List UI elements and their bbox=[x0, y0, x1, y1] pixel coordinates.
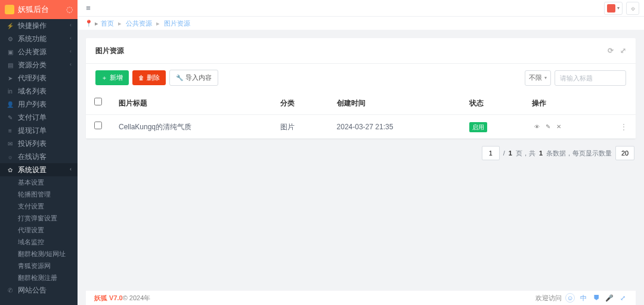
sidebar-subitem[interactable]: 翻群检测注册 bbox=[0, 272, 78, 284]
sidebar-subitem[interactable]: 轮播图管理 bbox=[0, 188, 78, 200]
hamburger-icon[interactable]: ≡ bbox=[82, 2, 94, 14]
row-checkbox[interactable] bbox=[94, 122, 102, 129]
cell-time: 2024-03-27 21:35 bbox=[329, 115, 461, 139]
nav-icon: ▣ bbox=[6, 48, 14, 57]
fullscreen-icon[interactable]: ⤢ bbox=[620, 46, 626, 55]
crumb-home[interactable]: 首页 bbox=[101, 18, 114, 29]
nav-icon: in bbox=[6, 87, 14, 96]
page-size-input[interactable] bbox=[615, 146, 634, 160]
sidebar-item[interactable]: ≡提现订单 bbox=[0, 124, 78, 137]
sidebar-item-label: 网站公告 bbox=[18, 285, 47, 295]
sidebar-item[interactable]: ▣公共资源‹ bbox=[0, 45, 78, 58]
pager: / 1 页，共 1 条数据，每页显示数量 bbox=[86, 139, 636, 167]
shield-icon[interactable]: ⛊ bbox=[592, 293, 601, 303]
mic-icon[interactable]: 🎤 bbox=[605, 293, 614, 303]
edit-icon[interactable] bbox=[543, 122, 553, 132]
nav-icon: ➤ bbox=[6, 74, 14, 83]
total-pages: 1 bbox=[509, 148, 512, 158]
lang-button[interactable]: 中 bbox=[578, 293, 588, 303]
chevron-right-icon: ▸ bbox=[95, 18, 98, 29]
breadcrumb: 📍 ▸ 首页 ▸ 公共资源 ▸ 图片资源 bbox=[78, 17, 644, 30]
chevron-right-icon: ▸ bbox=[118, 18, 122, 29]
col-ops: 操作 bbox=[524, 92, 612, 115]
filter-select[interactable]: 不限▾ bbox=[525, 70, 551, 86]
more-icon[interactable]: ⋮ bbox=[612, 115, 636, 139]
nav-icon: ⚡ bbox=[6, 21, 14, 30]
sidebar-item-label: 系统设置 bbox=[18, 164, 47, 175]
sidebar-item[interactable]: ✎支付订单 bbox=[0, 111, 78, 124]
nav-icon: ⚙ bbox=[6, 35, 14, 43]
card-header: 图片资源 ⟳ ⤢ bbox=[86, 38, 636, 64]
sidebar-item-label: 资源分类 bbox=[18, 60, 47, 70]
topbar: ≡ ▾ ⟐ bbox=[78, 0, 644, 17]
chevron-down-icon: ▾ bbox=[617, 5, 620, 12]
col-time: 创建时间 bbox=[329, 92, 461, 115]
sidebar-item[interactable]: ⚙系统功能‹ bbox=[0, 32, 78, 45]
sidebar-item[interactable]: ▤资源分类‹ bbox=[0, 58, 78, 71]
sidebar-subitem[interactable]: 代理设置 bbox=[0, 224, 78, 236]
nav-icon: ✿ bbox=[6, 166, 14, 175]
refresh-icon[interactable]: ⟳ bbox=[608, 46, 614, 55]
sidebar-item-label: 系统功能 bbox=[18, 33, 47, 44]
sidebar-item[interactable]: 👤用户列表 bbox=[0, 98, 78, 111]
nav-after: ✆网站公告 bbox=[0, 284, 78, 297]
plus-icon: ＋ bbox=[101, 74, 107, 82]
chevron-left-icon: ‹ bbox=[70, 166, 72, 174]
footer-welcome: 欢迎访问 bbox=[535, 293, 562, 303]
cell-category: 图片 bbox=[272, 115, 328, 139]
page-input[interactable] bbox=[482, 146, 500, 160]
nav-icon: ✆ bbox=[6, 286, 14, 295]
expand-icon[interactable]: ⤢ bbox=[618, 293, 627, 303]
sidebar-item[interactable]: ✆网站公告 bbox=[0, 284, 78, 297]
nav-icon: ▤ bbox=[6, 61, 14, 70]
add-button[interactable]: ＋新增 bbox=[95, 70, 129, 85]
pager-text-b: 条数据，每页显示数量 bbox=[546, 148, 612, 158]
eye-icon[interactable] bbox=[532, 122, 543, 132]
chevron-left-icon: ‹ bbox=[70, 35, 72, 43]
sidebar-subitem[interactable]: 打赏弹窗设置 bbox=[0, 212, 78, 224]
sidebar-item-label: 域名列表 bbox=[18, 86, 47, 97]
search-input[interactable] bbox=[555, 70, 626, 86]
cell-status: 启用 bbox=[461, 115, 524, 139]
table-row: CellaKungq的清纯气质图片2024-03-27 21:35启用⋮ bbox=[86, 115, 636, 139]
chevron-left-icon: ‹ bbox=[70, 61, 72, 69]
pin-icon: 📍 bbox=[85, 18, 93, 29]
close-icon[interactable] bbox=[553, 122, 564, 132]
select-all-checkbox[interactable] bbox=[94, 98, 102, 105]
chevron-down-icon: ▾ bbox=[544, 74, 547, 82]
trash-icon: 🗑 bbox=[138, 74, 144, 81]
sidebar-subitem[interactable]: 基本设置 bbox=[0, 176, 78, 188]
toolbar: ＋新增 🗑删除 🔧导入内容 不限▾ bbox=[86, 64, 636, 92]
col-status: 状态 bbox=[461, 92, 524, 115]
reload-button[interactable]: ⟐ bbox=[626, 2, 639, 15]
sidebar-item[interactable]: in域名列表 bbox=[0, 85, 78, 98]
sidebar-subitem[interactable]: 域名监控 bbox=[0, 236, 78, 248]
sidebar-item[interactable]: ✿系统设置‹ bbox=[0, 163, 78, 176]
brand-bar: 妖狐后台 ◌ bbox=[0, 0, 78, 19]
sidebar-item[interactable]: ✉投诉列表 bbox=[0, 137, 78, 150]
import-button[interactable]: 🔧导入内容 bbox=[169, 70, 218, 86]
sidebar-item[interactable]: ➤代理列表 bbox=[0, 71, 78, 85]
crumb-page[interactable]: 图片资源 bbox=[164, 18, 190, 29]
crumb-section[interactable]: 公共资源 bbox=[126, 18, 152, 29]
sidebar-subitem[interactable]: 翻群检测/短网址 bbox=[0, 248, 78, 260]
delete-button[interactable]: 🗑删除 bbox=[132, 70, 166, 85]
sidebar-item[interactable]: ⚡快捷操作‹ bbox=[0, 19, 78, 32]
sidebar-item-label: 公共资源 bbox=[18, 46, 47, 57]
status-badge: 启用 bbox=[469, 122, 487, 132]
cell-title: CellaKungq的清纯气质 bbox=[110, 115, 272, 139]
sidebar-subitem[interactable]: 支付设置 bbox=[0, 200, 78, 212]
smile-icon[interactable]: ☺ bbox=[565, 293, 575, 303]
sidebar-item[interactable]: ☼在线访客 bbox=[0, 150, 78, 163]
droplet-icon[interactable]: ◌ bbox=[66, 4, 73, 15]
nav-icon: ☼ bbox=[6, 152, 14, 161]
sidebar-item-label: 提现订单 bbox=[18, 125, 47, 136]
pager-sep: / bbox=[503, 148, 505, 158]
nav-icon: ✉ bbox=[6, 139, 14, 148]
nav-icon: ≡ bbox=[6, 126, 14, 135]
total-rows: 1 bbox=[539, 148, 543, 158]
brand-name: 妖狐后台 bbox=[18, 4, 49, 15]
user-menu[interactable]: ▾ bbox=[604, 2, 623, 15]
sidebar-item-label: 快捷操作 bbox=[18, 20, 47, 31]
sidebar-subitem[interactable]: 青狐资源网 bbox=[0, 260, 78, 272]
